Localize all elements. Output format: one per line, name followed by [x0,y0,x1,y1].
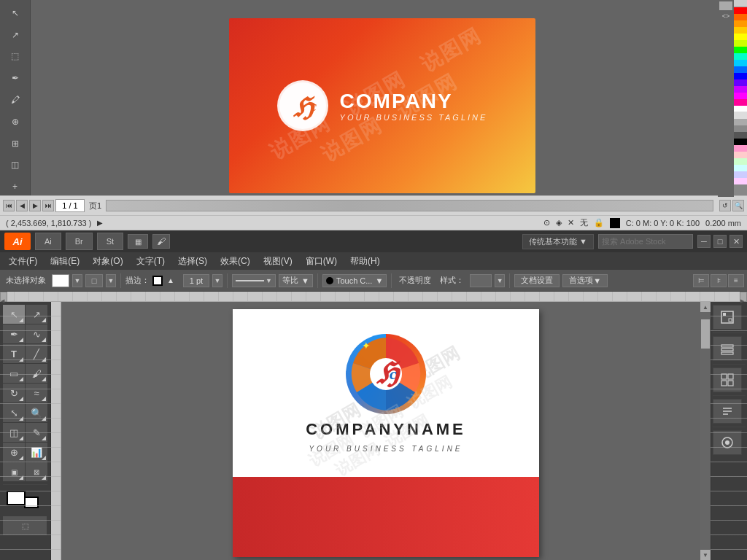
swatch-lgray[interactable] [734,112,747,119]
stroke-unit-dropdown[interactable]: ▼ [212,274,222,287]
tool-add-top[interactable]: + [4,176,27,197]
color-profile-dropdown[interactable]: Touch C... ▼ [322,274,387,287]
workspace-selector[interactable]: 传统基本功能 ▼ [522,234,594,249]
page-label: 页1 [89,201,101,211]
canvas-area[interactable]: 说图网 说图网 说图网 说图网 说图网 说图网 说图网 说图网 ✦ [61,302,711,560]
swatch-magenta[interactable] [734,93,747,99]
stroke-value-input[interactable] [183,274,209,287]
menu-effect[interactable]: 效果(C) [214,253,256,269]
swatch-lviolet[interactable] [734,171,747,178]
prev-page-btn[interactable]: ◀ [16,200,28,211]
swatch-sky[interactable] [734,60,747,66]
doc-settings-btn[interactable]: 文档设置 [514,274,560,287]
company-tagline-main: YOUR BUSINESS TAGLINE [309,445,462,453]
menu-type[interactable]: 文字(T) [131,253,171,269]
stroke-up-arrow[interactable]: ▲ [167,274,180,287]
minimize-btn[interactable]: ─ [697,235,711,248]
last-page-btn[interactable]: ⏭ [42,200,54,211]
swatch-yellow[interactable] [734,27,747,34]
fill-type-dropdown[interactable]: ▼ [106,274,116,287]
swatch-white[interactable] [734,106,747,112]
stroke-style-selector[interactable]: ▼ [232,274,276,287]
horizontal-scroll[interactable] [106,200,713,211]
swatch-teal[interactable] [734,53,747,60]
status-arrow-btn[interactable]: ▶ [97,219,103,227]
swatch-blue[interactable] [734,66,747,73]
top-collapse-btn[interactable]: <> [719,12,732,20]
page-number-input[interactable] [55,199,85,212]
tool-blend-top[interactable]: ⊕ [4,112,27,132]
menu-file[interactable]: 文件(F) [3,253,43,269]
swatch-red[interactable] [734,7,747,14]
svg-text:ℌ: ℌ [376,357,400,390]
swatch-black[interactable] [734,139,747,145]
sep4 [391,273,392,288]
fill-color-box[interactable] [52,274,69,287]
palette-scroll-up[interactable] [734,0,747,7]
first-page-btn[interactable]: ⏮ [3,200,15,211]
view-mode-btn[interactable]: ▦ [128,234,148,249]
scroll-thumb-main[interactable] [701,319,710,349]
swatch-lpink[interactable] [734,145,747,152]
menu-select[interactable]: 选择(S) [172,253,213,269]
tool-pen-top[interactable]: ✒ [4,68,27,88]
menu-object[interactable]: 对象(O) [87,253,128,269]
stock-search-input[interactable] [598,234,693,249]
swatch-gray2[interactable] [734,125,747,132]
swatch-lmagenta[interactable] [734,178,747,184]
swatch-green[interactable] [734,47,747,53]
brush-btn[interactable]: 🖌 [152,234,170,249]
scroll-down-btn[interactable]: ▼ [700,550,711,560]
swatch-lcyan[interactable] [734,165,747,171]
scroll-up-btn[interactable]: ▲ [700,302,711,312]
align-left-btn[interactable]: ⊨ [693,274,709,287]
menu-help[interactable]: 帮助(H) [344,253,386,269]
style-preview[interactable] [470,274,492,287]
fill-type-btn[interactable]: □ [85,274,103,287]
stroke-color-box[interactable] [152,276,163,286]
fill-dropdown-btn[interactable]: ▼ [72,274,82,287]
tool-direct-top[interactable]: ↗ [4,25,27,45]
preferences-btn[interactable]: 首选项 ▼ [562,274,608,287]
swatch-purple[interactable] [734,86,747,93]
nav-bar-inner: ⏮ ◀ ▶ ⏭ 页1 [0,199,719,212]
tool-eyedrop-top[interactable]: 🖍 [4,90,27,110]
swatch-orange[interactable] [734,14,747,20]
vertical-scrollbar-main[interactable]: ▲ ▼ [700,302,711,560]
tab-ai[interactable]: Ai [35,233,61,250]
swatch-orange2[interactable] [734,20,747,27]
top-scroll-up[interactable] [719,1,732,10]
swatch-lime[interactable] [734,34,747,40]
tab-st[interactable]: St [97,233,123,250]
swatch-chartreuse[interactable] [734,40,747,47]
view-mode-icon: ▦ [135,238,142,246]
proportion-dropdown[interactable]: 等比 ▼ [279,274,313,287]
more-options-btn[interactable]: ≡ [728,274,744,287]
swatch-blue2[interactable] [734,73,747,79]
tool-select-top[interactable]: ↖ [4,3,27,23]
maximize-btn[interactable]: □ [713,235,727,248]
left-panel-toggle-top[interactable]: ◀ [0,292,7,302]
style-dropdown[interactable]: ▼ [495,274,505,287]
align-right-btn[interactable]: ⊧ [711,274,727,287]
swatch-gray[interactable] [734,119,747,125]
swatch-pink[interactable] [734,99,747,106]
next-page-btn[interactable]: ▶ [29,200,41,211]
swatch-dgray[interactable] [734,132,747,139]
coordinates-display: ( 2,453.669, 1,810.733 ) [6,219,91,228]
tool-mesh-top[interactable]: ⊞ [4,133,27,154]
rotate-btn[interactable]: ↺ [719,200,731,211]
zoom-btn[interactable]: 🔍 [732,200,744,211]
close-btn[interactable]: ✕ [729,235,743,248]
menu-view[interactable]: 视图(V) [258,253,298,269]
tool-gradient-top[interactable]: ◫ [4,155,27,175]
swatch-llpink[interactable] [734,152,747,158]
tool-lasso-top[interactable]: ⬚ [4,47,27,67]
menu-edit[interactable]: 编辑(E) [44,253,85,269]
swatch-lgreen[interactable] [734,158,747,165]
swatch-violet[interactable] [734,79,747,86]
right-panel-toggle-top[interactable]: ▶ [740,292,747,302]
tab-br[interactable]: Br [66,233,93,250]
stroke-size: 0.200 mm [705,219,741,228]
menu-window[interactable]: 窗口(W) [300,253,343,269]
